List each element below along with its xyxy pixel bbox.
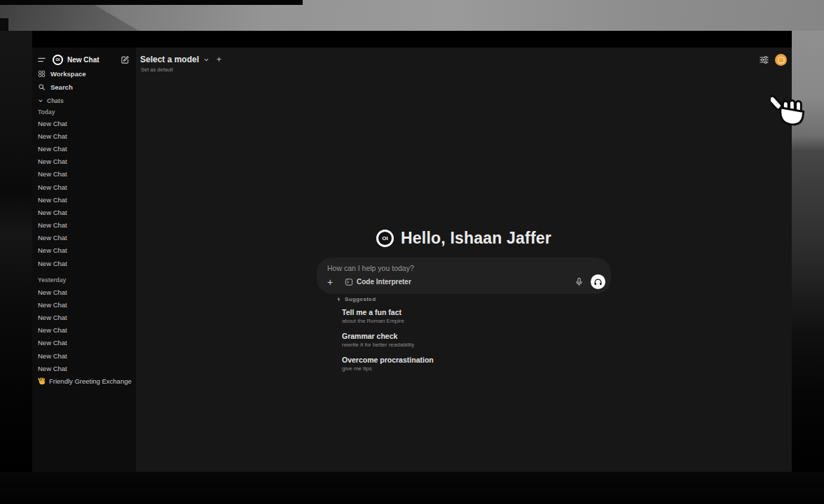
code-interpreter-toggle[interactable]: Code Interpreter	[345, 278, 411, 286]
chat-list-item[interactable]: New Chat	[32, 181, 136, 193]
chat-list-item[interactable]: New Chat	[32, 244, 136, 257]
app-logo-text: OI	[378, 232, 392, 245]
chats-section-toggle[interactable]: Chats	[38, 95, 64, 106]
workspace-grid-icon	[38, 70, 46, 78]
message-input[interactable]: How can I help you today?	[327, 264, 414, 272]
new-chat-icon[interactable]	[121, 55, 130, 64]
search-label: Search	[50, 83, 73, 91]
suggestion-item[interactable]: Tell me a fun fact about the Roman Empir…	[342, 307, 611, 325]
sidebar-toggle-icon[interactable]	[37, 55, 46, 64]
suggestion-item[interactable]: Grammar check rewrite it for better read…	[342, 331, 611, 349]
avatar-glyph	[778, 57, 784, 63]
chat-list-item[interactable]: New Chat	[32, 155, 136, 168]
composer-toolbar: + Code Interpreter	[325, 274, 605, 289]
wallpaper-left	[0, 31, 32, 472]
chat-list-item[interactable]: New Chat	[32, 142, 136, 155]
suggestion-item[interactable]: Overcome procrastination give me tips	[342, 355, 611, 372]
suggestion-title: Tell me a fun fact	[342, 307, 611, 317]
chat-list-item[interactable]: New Chat	[32, 311, 136, 323]
chat-list-item[interactable]: New Chat	[32, 130, 136, 142]
suggested-label: Suggested	[345, 296, 376, 302]
suggested-section: Suggested Tell me a fun fact about the R…	[317, 294, 611, 379]
chat-list-item[interactable]: New Chat	[32, 349, 136, 362]
message-composer: How can I help you today? + Code Interpr…	[317, 258, 611, 294]
chat-list-item[interactable]: New Chat	[32, 168, 136, 181]
chat-group-label-yesterday: Yesterday	[38, 274, 66, 285]
wallpaper-top-black-bar	[0, 0, 303, 5]
sidebar-item-workspace[interactable]: Workspace	[32, 67, 136, 80]
suggestion-title: Grammar check	[342, 331, 611, 341]
microphone-icon[interactable]	[575, 277, 584, 286]
sidebar-item-search[interactable]: Search	[32, 80, 136, 94]
sidebar-title: New Chat	[67, 56, 99, 64]
terminal-icon	[345, 278, 353, 286]
chevron-down-icon	[203, 57, 210, 63]
app-logo: OI	[376, 230, 394, 247]
chat-list-yesterday: New ChatNew ChatNew ChatNew ChatNew Chat…	[32, 286, 136, 374]
greeting-text: Hello, Ishaan Jaffer	[401, 229, 551, 248]
app-window: OI New Chat Workspace	[32, 31, 792, 472]
app-logo-text: OI	[54, 56, 62, 64]
chat-group-label-today: Today	[38, 106, 55, 117]
suggested-list: Tell me a fun fact about the Roman Empir…	[317, 307, 611, 372]
topbar-right	[759, 54, 787, 66]
window-titlebar	[32, 31, 792, 48]
model-selector-label: Select a model	[140, 55, 199, 64]
greeting-hero: OI Hello, Ishaan Jaffer	[136, 229, 792, 248]
suggestion-subtitle: about the Roman Empire	[342, 317, 611, 325]
suggestion-title: Overcome procrastination	[342, 355, 611, 365]
sidebar: OI New Chat Workspace	[32, 48, 136, 472]
chat-list-item[interactable]: New Chat	[32, 219, 136, 232]
chat-list-item[interactable]: New Chat	[32, 298, 136, 311]
app-logo: OI	[53, 55, 63, 65]
workspace-label: Workspace	[50, 70, 86, 78]
main-panel: Select a model + Set as default OI Hello…	[136, 48, 792, 472]
chat-list-item[interactable]: New Chat	[32, 324, 136, 337]
add-model-button[interactable]: +	[217, 55, 221, 64]
chat-list-item[interactable]: New Chat	[32, 337, 136, 349]
model-selector[interactable]: Select a model +	[140, 55, 221, 64]
search-icon	[38, 83, 46, 91]
wallpaper-right	[792, 31, 824, 472]
bolt-icon	[336, 296, 341, 302]
chats-section-label: Chats	[47, 97, 64, 104]
chat-title: Friendly Greeting Exchange	[49, 377, 132, 385]
chat-list-item[interactable]: New Chat	[32, 286, 136, 298]
suggested-header: Suggested	[317, 294, 611, 304]
headphones-icon	[593, 277, 603, 286]
wave-emoji-icon	[38, 377, 46, 385]
sidebar-nav: Workspace Search	[32, 67, 136, 94]
user-avatar[interactable]	[775, 54, 787, 66]
code-interpreter-label: Code Interpreter	[357, 278, 411, 286]
chevron-down-icon	[38, 98, 43, 104]
chat-list-item[interactable]: New Chat	[32, 257, 136, 270]
chat-list-today: New ChatNew ChatNew ChatNew ChatNew Chat…	[32, 117, 136, 270]
chat-list-item[interactable]: New Chat	[32, 362, 136, 374]
chat-list-item[interactable]: New Chat	[32, 206, 136, 218]
settings-sliders-icon[interactable]	[759, 55, 769, 65]
desktop: { "window": { "app_name": "Open WebUI ch…	[0, 0, 824, 504]
suggestion-subtitle: rewrite it for better readability	[342, 341, 611, 349]
wallpaper-top-corner	[0, 18, 8, 31]
chat-list-item-friendly-greeting[interactable]: Friendly Greeting Exchange	[32, 374, 136, 387]
wallpaper-bottom	[0, 472, 824, 504]
sidebar-header: OI New Chat	[37, 53, 130, 66]
voice-call-button[interactable]	[591, 274, 605, 289]
suggestion-subtitle: give me tips	[342, 365, 611, 372]
set-as-default-button[interactable]: Set as default	[141, 66, 173, 73]
attach-plus-button[interactable]: +	[325, 276, 335, 288]
chat-list-item[interactable]: New Chat	[32, 117, 136, 130]
chat-list-item[interactable]: New Chat	[32, 232, 136, 244]
chat-list-item[interactable]: New Chat	[32, 193, 136, 206]
